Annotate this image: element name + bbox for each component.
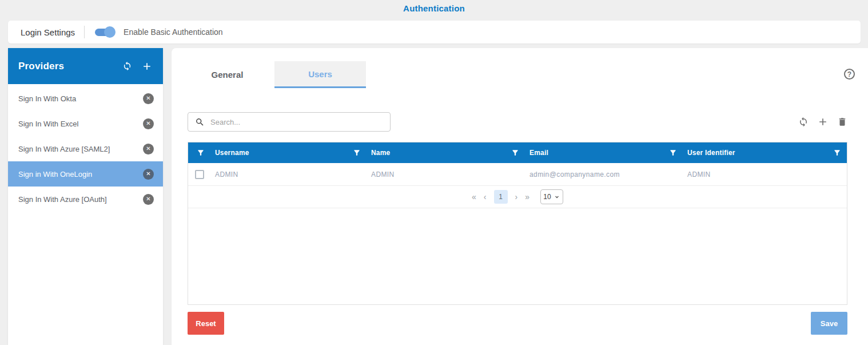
trash-icon xyxy=(837,117,847,127)
search-box xyxy=(188,112,391,132)
search-input[interactable] xyxy=(210,118,383,126)
remove-provider-icon[interactable]: ✕ xyxy=(143,118,154,129)
plus-icon xyxy=(817,116,829,128)
provider-label: Sign in With OneLogin xyxy=(18,170,92,179)
login-settings-label: Login Settings xyxy=(21,27,75,37)
refresh-providers-button[interactable] xyxy=(122,61,132,71)
users-table: Username Name Email User Identifier xyxy=(188,142,847,305)
users-toolbar xyxy=(188,112,847,132)
page-title: Authentication xyxy=(0,3,868,13)
basic-auth-toggle-label: Enable Basic Authentication xyxy=(124,27,223,37)
provider-list: Sign In With Okta ✕ Sign In With Excel ✕… xyxy=(8,84,163,212)
refresh-users-button[interactable] xyxy=(798,117,809,127)
prev-page-button[interactable]: ‹ xyxy=(484,192,487,201)
plus-icon xyxy=(141,61,153,72)
filter-icon[interactable] xyxy=(197,149,205,157)
current-page-button[interactable]: 1 xyxy=(494,190,508,204)
header-email: Email xyxy=(525,142,683,163)
basic-auth-toggle[interactable] xyxy=(95,26,116,38)
remove-provider-icon[interactable]: ✕ xyxy=(143,93,154,104)
sidebar-item-excel[interactable]: Sign In With Excel ✕ xyxy=(8,111,163,136)
divider xyxy=(84,26,85,38)
header-select-column xyxy=(188,142,210,163)
column-label: Name xyxy=(371,149,390,157)
header-user-identifier: User Identifier xyxy=(683,142,847,163)
provider-label: Sign In With Azure [OAuth] xyxy=(18,195,107,204)
provider-label: Sign In With Okta xyxy=(18,94,76,103)
remove-provider-icon[interactable]: ✕ xyxy=(143,194,154,205)
last-page-button[interactable]: » xyxy=(525,192,529,201)
add-user-button[interactable] xyxy=(817,116,829,128)
sidebar-item-onelogin[interactable]: Sign in With OneLogin ✕ xyxy=(8,161,163,187)
column-label: Email xyxy=(529,149,548,157)
page-size-value: 10 xyxy=(543,193,551,201)
sidebar-item-azure-oauth[interactable]: Sign In With Azure [OAuth] ✕ xyxy=(8,187,163,212)
filter-icon[interactable] xyxy=(833,149,841,157)
cell-username: ADMIN xyxy=(210,170,367,179)
first-page-button[interactable]: « xyxy=(472,192,476,201)
refresh-icon xyxy=(122,61,132,71)
table-row[interactable]: ADMIN ADMIN admin@companyname.com ADMIN xyxy=(188,163,847,186)
page-size-select[interactable]: 10 xyxy=(540,189,563,204)
refresh-icon xyxy=(798,117,809,127)
main-panel: General Users ? xyxy=(172,48,868,345)
provider-label: Sign In With Excel xyxy=(18,120,79,128)
help-icon[interactable]: ? xyxy=(844,69,855,80)
header-name: Name xyxy=(367,142,525,163)
save-button[interactable]: Save xyxy=(811,312,847,335)
toggle-knob xyxy=(104,26,116,38)
next-page-button[interactable]: › xyxy=(515,192,518,201)
row-checkbox[interactable] xyxy=(195,170,204,179)
chevron-down-icon xyxy=(554,193,560,200)
tab-general[interactable]: General xyxy=(180,61,274,88)
table-header: Username Name Email User Identifier xyxy=(188,142,847,163)
remove-provider-icon[interactable]: ✕ xyxy=(143,144,154,154)
row-select-cell xyxy=(188,170,210,179)
remove-provider-icon[interactable]: ✕ xyxy=(143,169,154,180)
providers-sidebar: Providers Sign In With Okta ✕ Sign In Wi… xyxy=(8,48,163,345)
search-icon xyxy=(195,117,205,127)
filter-icon[interactable] xyxy=(511,149,519,157)
tab-users[interactable]: Users xyxy=(274,61,366,88)
authentication-page: Authentication Login Settings Enable Bas… xyxy=(0,0,868,345)
grid-actions xyxy=(798,116,847,128)
filter-icon[interactable] xyxy=(669,149,677,157)
add-provider-button[interactable] xyxy=(141,61,153,72)
column-label: User Identifier xyxy=(687,149,735,157)
header-username: Username xyxy=(210,142,367,163)
provider-label: Sign In With Azure [SAML2] xyxy=(18,145,110,153)
delete-user-button[interactable] xyxy=(837,117,847,127)
cell-email: admin@companyname.com xyxy=(525,170,683,179)
filter-icon[interactable] xyxy=(353,149,361,157)
cell-user-identifier: ADMIN xyxy=(683,170,847,179)
providers-title: Providers xyxy=(18,61,113,72)
pagination: « ‹ 1 › » 10 xyxy=(188,186,847,208)
sidebar-item-azure-saml2[interactable]: Sign In With Azure [SAML2] ✕ xyxy=(8,136,163,161)
column-label: Username xyxy=(215,149,249,157)
reset-button[interactable]: Reset xyxy=(188,312,224,335)
sidebar-item-okta[interactable]: Sign In With Okta ✕ xyxy=(8,86,163,111)
cell-name: ADMIN xyxy=(367,170,525,179)
providers-header: Providers xyxy=(8,48,163,84)
login-settings-bar: Login Settings Enable Basic Authenticati… xyxy=(8,21,861,43)
